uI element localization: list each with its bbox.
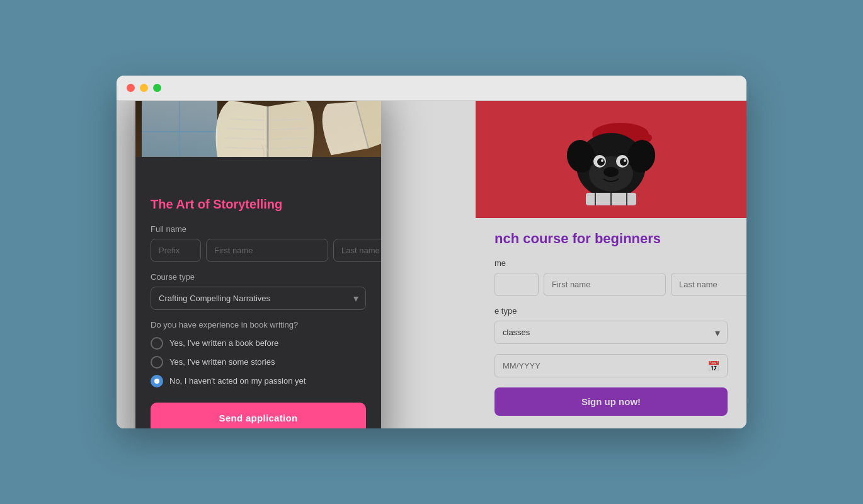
modal-prefix-input[interactable] (151, 239, 201, 262)
send-application-button[interactable]: Send application (151, 403, 366, 429)
svg-rect-32 (135, 157, 381, 182)
radio-label-2: Yes, I've written some stories (169, 357, 275, 367)
browser-titlebar (117, 76, 746, 101)
modal-title: The Art of Storytelling (151, 197, 366, 212)
radio-label-1: Yes, I've written a book before (169, 338, 278, 348)
browser-content: nch course for beginners me e type class… (117, 101, 746, 428)
modal-overlay: The Art of Storytelling Full name Course… (117, 101, 746, 428)
modal-last-input[interactable] (333, 239, 381, 262)
browser-window: nch course for beginners me e type class… (117, 76, 746, 428)
minimize-button[interactable] (140, 84, 148, 92)
radio-group: Yes, I've written a book before Yes, I'v… (151, 337, 366, 387)
radio-circle-1 (151, 337, 163, 350)
radio-circle-2 (151, 356, 163, 369)
modal-course-type-select[interactable]: Crafting Compelling Narratives (151, 287, 366, 310)
modal-experience-label: Do you have experience in book writing? (151, 320, 366, 329)
radio-item-3[interactable]: No, I haven't acted on my passion yet (151, 375, 366, 387)
modal-first-input[interactable] (206, 239, 328, 262)
radio-label-3: No, I haven't acted on my passion yet (169, 376, 306, 386)
modal-card: The Art of Storytelling Full name Course… (135, 101, 381, 428)
modal-course-type-label: Course type (151, 272, 366, 282)
modal-image (135, 101, 381, 182)
books-illustration (135, 101, 381, 182)
close-button[interactable] (127, 84, 135, 92)
radio-circle-3 (151, 375, 163, 387)
modal-course-type-wrap: Crafting Compelling Narratives ▾ (151, 287, 366, 310)
radio-item-1[interactable]: Yes, I've written a book before (151, 337, 366, 350)
modal-body: The Art of Storytelling Full name Course… (135, 182, 381, 429)
maximize-button[interactable] (153, 84, 161, 92)
modal-name-label: Full name (151, 224, 366, 234)
modal-name-row (151, 239, 366, 262)
radio-item-2[interactable]: Yes, I've written some stories (151, 356, 366, 369)
